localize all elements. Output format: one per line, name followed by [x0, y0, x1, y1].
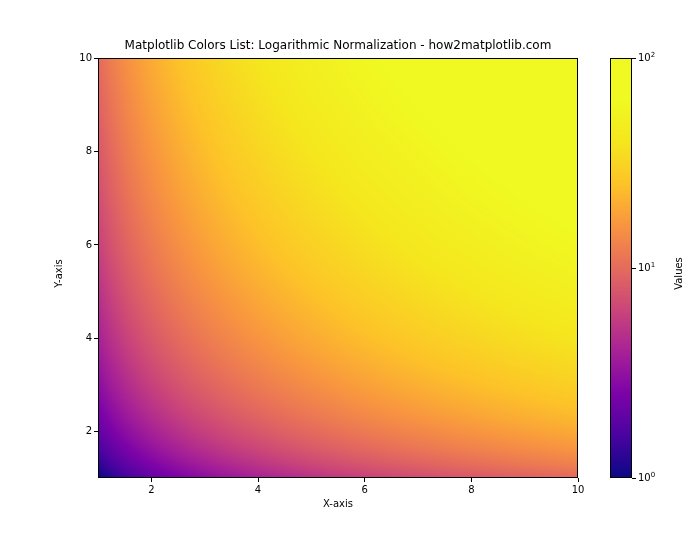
x-tick-label: 6	[355, 484, 375, 495]
y-tick-mark	[94, 338, 98, 339]
x-tick-label: 8	[461, 484, 481, 495]
x-tick-mark	[471, 478, 472, 482]
figure: Matplotlib Colors List: Logarithmic Norm…	[0, 0, 700, 560]
x-tick-mark	[151, 478, 152, 482]
y-tick-label: 8	[86, 145, 92, 156]
y-tick-label: 10	[79, 52, 92, 63]
x-tick-mark	[364, 478, 365, 482]
x-tick-mark	[578, 478, 579, 482]
colorbar-tick-label: 102	[638, 52, 655, 63]
x-tick-label: 4	[248, 484, 268, 495]
colorbar-tick-label: 101	[638, 262, 655, 273]
y-tick-mark	[94, 244, 98, 245]
y-tick-label: 2	[86, 425, 92, 436]
x-tick-mark	[258, 478, 259, 482]
colorbar-tick-mark	[632, 268, 636, 269]
colorbar-tick-mark	[632, 478, 636, 479]
x-tick-label: 10	[568, 484, 588, 495]
colorbar-tick-mark	[632, 58, 636, 59]
x-tick-label: 2	[141, 484, 161, 495]
colorbar-label: Values	[673, 244, 684, 304]
chart-title: Matplotlib Colors List: Logarithmic Norm…	[98, 38, 578, 52]
colorbar-tick-label: 100	[638, 472, 655, 483]
y-tick-label: 4	[86, 332, 92, 343]
colorbar	[610, 58, 632, 478]
x-axis-label: X-axis	[98, 498, 578, 509]
y-tick-label: 6	[86, 239, 92, 250]
y-tick-mark	[94, 151, 98, 152]
heatmap-image	[99, 59, 577, 477]
colorbar-gradient	[611, 59, 631, 477]
y-tick-mark	[94, 58, 98, 59]
y-tick-mark	[94, 431, 98, 432]
y-axis-label: Y-axis	[53, 244, 64, 304]
heatmap-axes	[98, 58, 578, 478]
